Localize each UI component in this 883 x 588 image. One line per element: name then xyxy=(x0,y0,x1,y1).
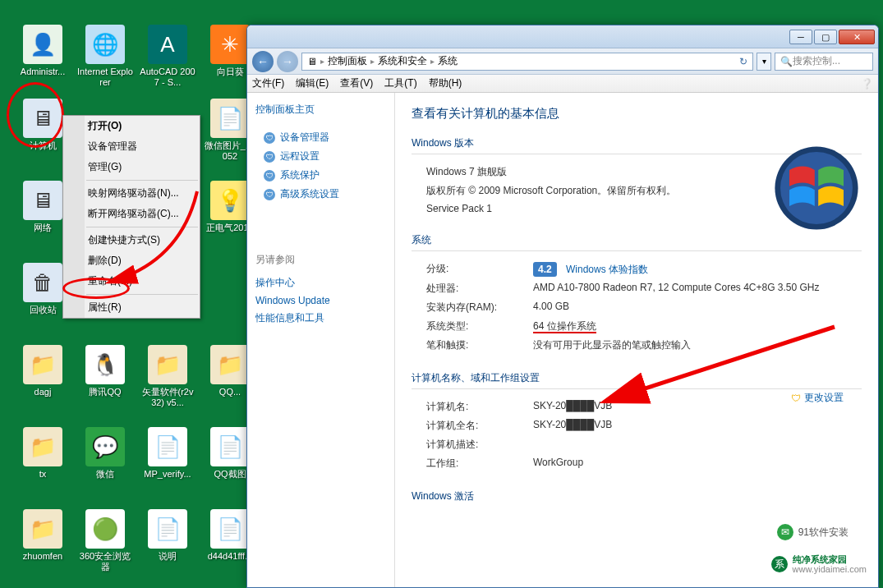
nav-back-button[interactable]: ← xyxy=(252,51,274,72)
breadcrumb-system-security[interactable]: 系统和安全 xyxy=(378,54,427,68)
desktop-icon-glyph: 📄 xyxy=(148,427,187,466)
ctx-manage[interactable]: 管理(G) xyxy=(63,157,200,177)
breadcrumb-control-panel[interactable]: 控制面板 xyxy=(328,54,367,68)
watermark-url: www.yidaimei.com xyxy=(793,564,867,574)
sidebar-device-manager[interactable]: 🛡设备管理器 xyxy=(255,128,386,147)
description-label: 计算机描述: xyxy=(426,438,533,452)
desktop-icon-glyph: 📁 xyxy=(23,509,62,549)
desktop-icon[interactable]: 📁zhuomfen xyxy=(15,509,71,562)
ctx-separator xyxy=(86,180,198,181)
search-icon: 🔍 xyxy=(780,56,793,67)
maximize-button[interactable]: ▢ xyxy=(814,30,837,44)
rating-label: 分级: xyxy=(426,262,533,277)
breadcrumb-sep: ▸ xyxy=(320,57,324,66)
watermark-brand: 纯净系统家园 xyxy=(793,554,867,564)
titlebar: ─ ▢ ✕ xyxy=(247,25,878,48)
desktop-icon-glyph: 📄 xyxy=(148,509,187,549)
desktop-icon-glyph: 📁 xyxy=(148,345,187,384)
breadcrumb-system[interactable]: 系统 xyxy=(438,54,458,68)
section-header: 计算机名称、域和工作组设置 xyxy=(412,371,862,389)
rating-value: 4.2 Windows 体验指数 xyxy=(533,262,862,277)
shield-icon: 🛡 xyxy=(264,189,275,200)
windows-experience-index-link[interactable]: Windows 体验指数 xyxy=(566,264,648,275)
desktop-icon[interactable]: 👤Administr... xyxy=(15,25,71,77)
minimize-button[interactable]: ─ xyxy=(789,30,812,44)
breadcrumb-bar[interactable]: 🖥 ▸ 控制面板 ▸ 系统和安全 ▸ 系统 ↻ xyxy=(301,53,753,71)
desktop-icon-glyph: 📄 xyxy=(210,99,250,138)
section-activation: Windows 激活 xyxy=(412,489,862,507)
svg-point-1 xyxy=(780,152,853,224)
menu-view[interactable]: 查看(V) xyxy=(340,76,373,90)
ram-label: 安装内存(RAM): xyxy=(426,301,533,315)
watermark-text: 91软件安装 xyxy=(798,526,849,540)
desktop-icon-label: 说明 xyxy=(140,551,195,562)
sidebar-item-label: 设备管理器 xyxy=(280,131,329,145)
sidebar-system-protection[interactable]: 🛡系统保护 xyxy=(255,166,386,185)
close-button[interactable]: ✕ xyxy=(839,30,875,44)
ctx-map-drive[interactable]: 映射网络驱动器(N)... xyxy=(63,183,200,204)
sidebar-see-also: 另请参阅 操作中心 Windows Update 性能信息和工具 xyxy=(255,253,386,328)
desktop-icon-label: 微信 xyxy=(77,469,133,480)
full-name-value: SKY-20████VJB xyxy=(533,419,862,433)
ctx-separator xyxy=(86,294,198,295)
desktop-icon[interactable]: 📁tx xyxy=(15,427,71,480)
see-also-windows-update[interactable]: Windows Update xyxy=(255,292,386,309)
sidebar-remote-settings[interactable]: 🛡远程设置 xyxy=(255,147,386,166)
section-windows-edition: Windows 版本 Windows 7 旗舰版 版权所有 © 2009 Mic… xyxy=(412,136,862,217)
watermark-91-software: ✉ 91软件安装 xyxy=(777,524,849,540)
help-icon[interactable]: ❔ xyxy=(861,78,873,90)
sidebar-advanced-settings[interactable]: 🛡高级系统设置 xyxy=(255,185,386,204)
ctx-open[interactable]: 打开(O) xyxy=(63,116,200,136)
site-logo-icon: 系 xyxy=(771,556,788,572)
ctx-properties[interactable]: 属性(R) xyxy=(63,297,200,318)
desktop-icon-label: MP_verify... xyxy=(140,469,195,480)
desktop-icon-glyph: A xyxy=(148,25,187,64)
breadcrumb-dropdown[interactable]: ▾ xyxy=(757,53,771,71)
desktop-icon-glyph: 💡 xyxy=(210,181,250,220)
nav-forward-button[interactable]: → xyxy=(277,51,298,72)
page-title: 查看有关计算机的基本信息 xyxy=(412,106,862,122)
watermark-yidaimei: 系 纯净系统家园 www.yidaimei.com xyxy=(766,552,872,577)
desktop-icon-label: 矢量软件(r2v32) v5... xyxy=(140,387,195,408)
ctx-delete[interactable]: 删除(D) xyxy=(63,250,200,271)
desktop-icon[interactable]: 🐧腾讯QQ xyxy=(77,345,133,397)
refresh-icon[interactable]: ↻ xyxy=(739,56,747,67)
desktop-icon[interactable]: AAutoCAD 2007 - S... xyxy=(140,25,195,88)
menu-edit[interactable]: 编辑(E) xyxy=(296,76,329,90)
windows-logo xyxy=(771,143,862,233)
shield-icon: 🛡 xyxy=(264,151,275,163)
desktop-icon-glyph: 📄 xyxy=(210,427,250,466)
desktop-icon-glyph: 👤 xyxy=(23,25,62,64)
section-header: 系统 xyxy=(412,233,862,251)
desktop-icon-glyph: 🌐 xyxy=(85,25,125,64)
change-settings-link[interactable]: 🛡更改设置 xyxy=(791,391,844,405)
desktop-icon[interactable]: 📄说明 xyxy=(140,509,195,562)
section-computer-name: 计算机名称、域和工作组设置 🛡更改设置 计算机名:SKY-20████VJB 计… xyxy=(412,371,862,473)
ctx-rename[interactable]: 重命名(M) xyxy=(63,271,200,292)
see-also-action-center[interactable]: 操作中心 xyxy=(255,273,386,292)
ctx-disconnect-drive[interactable]: 断开网络驱动器(C)... xyxy=(63,204,200,224)
desktop-icon[interactable]: 🌐Internet Explorer xyxy=(77,25,133,88)
content-pane: 查看有关计算机的基本信息 Windows 版本 Windows 7 旗舰版 版权… xyxy=(395,93,878,587)
computer-name-label: 计算机名: xyxy=(426,400,533,414)
ctx-device-manager[interactable]: 设备管理器 xyxy=(63,136,200,157)
desktop-icon[interactable]: 📁dagj xyxy=(15,345,71,397)
desktop-icon[interactable]: 📄MP_verify... xyxy=(140,427,195,480)
desktop-icon[interactable]: 🟢360安全浏览器 xyxy=(77,509,133,572)
desktop-icon-label: Administr... xyxy=(15,67,71,77)
desktop-icon-label: dagj xyxy=(15,387,71,397)
ctx-create-shortcut[interactable]: 创建快捷方式(S) xyxy=(63,230,200,250)
menu-help[interactable]: 帮助(H) xyxy=(429,76,462,90)
menu-tools[interactable]: 工具(T) xyxy=(384,76,416,90)
menu-file[interactable]: 文件(F) xyxy=(252,76,284,90)
section-header: Windows 激活 xyxy=(412,489,862,507)
see-also-performance[interactable]: 性能信息和工具 xyxy=(255,309,386,328)
search-input[interactable]: 🔍 搜索控制... xyxy=(775,53,873,71)
sidebar-home[interactable]: 控制面板主页 xyxy=(255,103,386,117)
desktop-icon[interactable]: 📁矢量软件(r2v32) v5... xyxy=(140,345,195,408)
control-panel-icon: 🖥 xyxy=(307,56,317,67)
processor-label: 处理器: xyxy=(426,282,533,296)
shield-icon: 🛡 xyxy=(264,132,275,144)
context-menu: 打开(O) 设备管理器 管理(G) 映射网络驱动器(N)... 断开网络驱动器(… xyxy=(62,115,200,319)
desktop-icon[interactable]: 💬微信 xyxy=(77,427,133,480)
